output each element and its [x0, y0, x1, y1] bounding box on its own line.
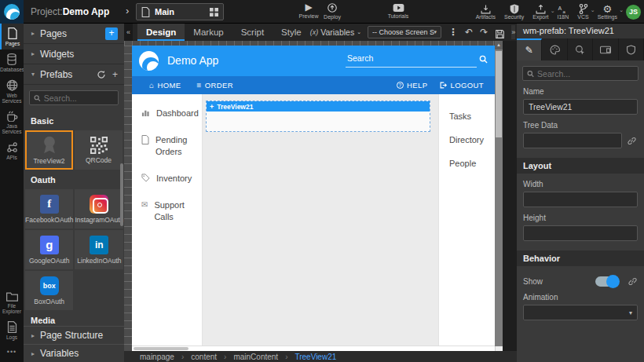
menu-help[interactable]: ?HELP [397, 81, 427, 90]
variables-accordion[interactable]: ▸ Variables [24, 344, 124, 362]
wavemaker-logo[interactable] [0, 0, 24, 24]
tree-data-input[interactable] [523, 133, 622, 148]
properties-search[interactable] [522, 66, 639, 81]
kebab-menu-icon[interactable]: ⋮ [448, 24, 458, 41]
bind-link-icon[interactable] [628, 276, 638, 287]
bind-link-icon[interactable] [627, 136, 637, 146]
widgets-accordion[interactable]: ▸ Widgets [24, 44, 124, 64]
prefab-tile-boxoauth[interactable]: box BoxOAuth [25, 271, 73, 310]
redo-icon[interactable]: ↷ [480, 24, 488, 41]
menu-order[interactable]: ≡ORDER [197, 81, 234, 90]
prefabs-accordion[interactable]: ▾ Prefabs + [24, 64, 124, 85]
scrollbar-thumb[interactable] [496, 51, 502, 137]
left-panel-scrollbar[interactable] [120, 163, 123, 226]
rail-item-pages[interactable]: Pages [0, 24, 24, 49]
prefab-tile-linkedinoauth[interactable]: in LinkedInOAuth [75, 230, 123, 269]
rail-item-java-services[interactable]: Java Services [0, 107, 24, 137]
nav-item-people[interactable]: People [449, 159, 495, 168]
security-button[interactable]: Security [504, 4, 524, 20]
grid-icon[interactable] [210, 8, 218, 16]
show-label: Show [523, 277, 595, 286]
menu-home[interactable]: ⌂HOME [149, 81, 181, 90]
height-input[interactable] [523, 225, 638, 241]
scroll-up-button[interactable]: ▲ [495, 41, 503, 49]
artifacts-button[interactable]: Artifacts [476, 5, 496, 20]
nav-item-directory[interactable]: Directory [449, 135, 495, 144]
pencil-icon: ✎ [525, 45, 533, 56]
nav-item-tasks[interactable]: Tasks [449, 112, 495, 121]
rail-more-button[interactable]: ••• [0, 343, 24, 362]
behavior-section-header[interactable]: Behavior [517, 250, 644, 266]
scrollbar-thumb[interactable] [134, 347, 188, 350]
rail-item-apis[interactable]: APIs [0, 137, 24, 163]
i18n-button[interactable]: Aa I18N [558, 5, 569, 20]
refresh-icon[interactable] [97, 70, 106, 79]
menu-logout[interactable]: LOGOUT [440, 81, 484, 90]
project-name: Demo App [63, 6, 110, 17]
nav-item-dashboard[interactable]: Dashboard [132, 108, 202, 119]
prefab-tile-instagramoauth[interactable]: InstagramOAuth [75, 189, 123, 229]
nav-item-support-calls[interactable]: ✉ Support Calls [132, 199, 202, 223]
tab-markup[interactable]: Markup [185, 24, 232, 41]
tab-styles[interactable] [542, 38, 567, 60]
page-selector[interactable]: Main [136, 3, 224, 20]
rail-item-file-explorer[interactable]: File Explorer [0, 287, 24, 317]
canvas-search-input[interactable]: Search [346, 52, 477, 68]
tab-device[interactable] [593, 38, 618, 60]
pages-accordion[interactable]: ▸ Pages + [24, 24, 124, 44]
import-prefab-button[interactable]: + [112, 69, 118, 80]
breadcrumb-maincontent[interactable]: mainContent [233, 353, 278, 361]
tab-properties[interactable]: ✎ [517, 38, 542, 60]
editor-area: « Design Markup Script Style (x) Variabl… [124, 24, 517, 362]
widget-selection-bar[interactable]: + TreeView21 [207, 101, 430, 112]
canvas-horizontal-scrollbar[interactable] [132, 346, 495, 351]
tab-events[interactable] [568, 38, 593, 60]
search-icon[interactable] [479, 55, 488, 64]
save-icon[interactable] [495, 26, 505, 39]
page-structure-accordion[interactable]: ▸ Page Structure [24, 326, 124, 344]
variables-button[interactable]: (x) Variables ⌄ [310, 27, 361, 37]
nav-item-inventory[interactable]: Inventory [132, 173, 202, 185]
tutorials-button[interactable]: Tutorials [382, 2, 414, 19]
selected-widget-treeview21[interactable]: + TreeView21 [206, 101, 430, 132]
canvas-main-content[interactable]: + TreeView21 [203, 94, 438, 346]
prefab-tile-facebookoauth[interactable]: f FacebookOAuth [25, 189, 73, 229]
deploy-button[interactable]: Deploy [317, 2, 348, 20]
layout-section-header[interactable]: Layout [517, 158, 644, 174]
chevron-right-icon: › [126, 5, 129, 16]
undo-icon[interactable]: ↶ [465, 24, 473, 41]
rail-item-databases[interactable]: Databases [0, 49, 24, 75]
translate-icon: Aa [558, 5, 568, 14]
collapse-left-panel-button[interactable]: « [124, 24, 133, 41]
properties-panel-title: wm-prefab: TreeView21 [517, 24, 644, 38]
tab-style[interactable]: Style [273, 24, 310, 41]
prefab-tile-treeview2[interactable]: TreeView2 [25, 130, 73, 170]
breadcrumb-content[interactable]: content [191, 353, 217, 361]
prefab-search[interactable] [29, 90, 119, 105]
tab-security[interactable] [619, 38, 644, 60]
breadcrumb-treeview21[interactable]: TreeView21 [295, 353, 336, 361]
rail-item-logs[interactable]: Logs [0, 317, 24, 343]
tab-design[interactable]: Design [137, 24, 185, 41]
name-input[interactable] [523, 99, 638, 115]
properties-search-input[interactable] [537, 69, 634, 79]
breadcrumb-mainpage[interactable]: mainpage [140, 353, 174, 361]
vcs-button[interactable]: VCS ⌄ [577, 4, 588, 20]
export-button[interactable]: Export ⌄ [532, 5, 548, 20]
prefab-search-input[interactable] [44, 93, 114, 103]
canvas-vertical-scrollbar[interactable]: ▲ [495, 41, 503, 362]
prefab-tile-qrcode[interactable]: QRCode [75, 130, 123, 170]
show-toggle[interactable] [595, 276, 618, 287]
collapse-right-panel-button[interactable]: » [511, 25, 515, 39]
caret-right-icon: ▸ [31, 350, 35, 357]
rail-item-web-services[interactable]: Web Services [0, 75, 24, 107]
nav-item-pending-orders[interactable]: Pending Orders [132, 134, 202, 158]
width-input[interactable] [523, 192, 638, 207]
prefab-tile-googleoauth[interactable]: g GoogleOAuth [25, 230, 73, 269]
user-avatar[interactable]: JS [626, 5, 641, 20]
screen-size-select[interactable]: -- Choose Screen Size -- ▾ [368, 26, 441, 38]
tab-script[interactable]: Script [232, 24, 273, 41]
settings-button[interactable]: ⚙ Settings ⌄ [598, 4, 617, 20]
add-page-button[interactable]: + [105, 27, 118, 40]
animation-select[interactable]: ▾ [523, 305, 638, 320]
